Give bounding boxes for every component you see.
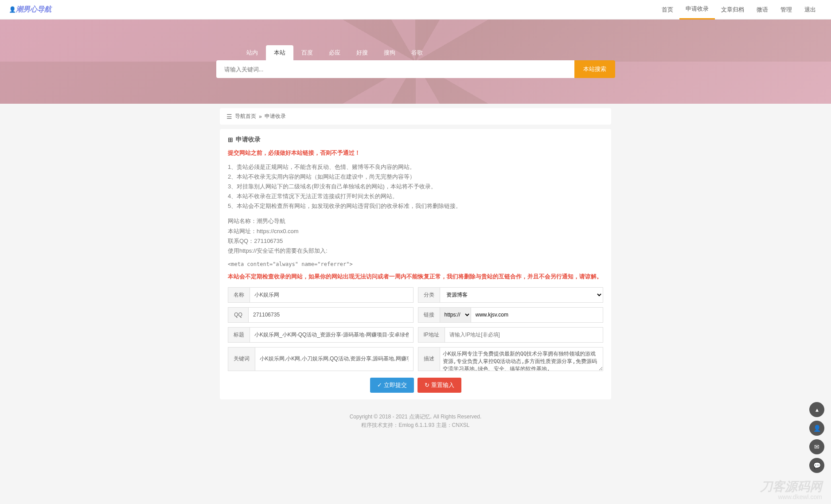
label-keywords: 关键词 — [228, 347, 255, 371]
breadcrumb: ☰ 导航首页 » 申请收录 — [220, 108, 611, 125]
label-link: 链接 — [418, 307, 440, 323]
main-nav: 首页 申请收录 文章归档 微语 管理 退出 — [655, 0, 822, 20]
site-logo[interactable]: 👤 潮男心导航 — [9, 5, 51, 14]
site-footer: Copyright © 2018 - 2021 点滴记忆. All Rights… — [220, 404, 611, 438]
select-category[interactable]: 资源博客 — [440, 287, 604, 303]
breadcrumb-current: 申请收录 — [265, 113, 286, 120]
submit-button[interactable]: ✓ 立即提交 — [370, 378, 414, 393]
apply-panel: ⊞ 申请收录 提交网站之前，必须做好本站链接，否则不予通过！ 1、贵站必须是正规… — [220, 129, 611, 399]
textarea-desc[interactable] — [440, 347, 604, 371]
input-url[interactable] — [471, 307, 604, 323]
search-button[interactable]: 本站搜索 — [574, 60, 615, 78]
hero-banner: 站内 本站 百度 必应 好搜 搜狗 谷歌 本站搜索 — [0, 20, 831, 104]
plus-icon: ⊞ — [228, 136, 233, 143]
label-title: 标题 — [228, 327, 250, 343]
submit-form: 名称 分类 资源博客 QQ 链接 https:// — [228, 287, 603, 371]
search-input[interactable] — [216, 60, 574, 78]
search-tab-google[interactable]: 谷歌 — [403, 45, 431, 60]
mail-button[interactable]: ✉ — [809, 439, 824, 443]
label-ip: IP地址 — [418, 327, 445, 343]
meta-code: <meta content="always" name="referrer"> — [228, 261, 603, 267]
label-category: 分类 — [418, 287, 440, 303]
search-tab-internal[interactable]: 站内 — [238, 45, 266, 60]
breadcrumb-home[interactable]: 导航首页 — [235, 113, 256, 120]
input-name[interactable] — [250, 287, 414, 303]
check-icon: ✓ — [377, 382, 382, 388]
breadcrumb-sep: » — [259, 113, 262, 120]
label-qq: QQ — [228, 307, 248, 323]
label-desc: 描述 — [418, 347, 440, 371]
nav-apply[interactable]: 申请收录 — [679, 0, 715, 20]
nav-home[interactable]: 首页 — [655, 0, 679, 20]
site-info: 网站名称：潮男心导航 本站网址：https://cnx0.com 联系QQ：27… — [228, 216, 603, 255]
reset-button[interactable]: ↻ 重置输入 — [417, 378, 461, 393]
search-tab-site[interactable]: 本站 — [266, 45, 293, 60]
label-name: 名称 — [228, 287, 250, 303]
panel-title: ⊞ 申请收录 — [228, 136, 603, 144]
logo-text: 潮男心导航 — [16, 5, 51, 14]
user-button[interactable]: 👤 — [809, 421, 824, 436]
input-title[interactable] — [250, 327, 414, 343]
search-tab-baidu[interactable]: 百度 — [293, 45, 321, 60]
search-tab-sogou[interactable]: 搜狗 — [376, 45, 403, 60]
input-ip[interactable] — [445, 327, 603, 343]
nav-micro[interactable]: 微语 — [750, 0, 774, 20]
rules-list: 1、贵站必须是正规网站，不能含有反动、色情、赌博等不良内容的网站。 2、本站不收… — [228, 162, 603, 211]
warning-2: 本站会不定期检查收录的网站，如果你的网站出现无法访问或者一周内不能恢复正常，我们… — [228, 273, 603, 281]
select-protocol[interactable]: https:// — [440, 307, 471, 323]
input-keywords[interactable] — [255, 347, 414, 371]
logo-icon: 👤 — [9, 6, 16, 13]
refresh-icon: ↻ — [425, 382, 429, 388]
nav-admin[interactable]: 管理 — [774, 0, 798, 20]
search-tab-bing[interactable]: 必应 — [321, 45, 348, 60]
scroll-top-button[interactable]: ▴ — [809, 402, 824, 417]
search-tab-haosou[interactable]: 好搜 — [348, 45, 376, 60]
nav-logout[interactable]: 退出 — [798, 0, 822, 20]
search-tabs: 站内 本站 百度 必应 好搜 搜狗 谷歌 — [238, 45, 615, 60]
input-qq[interactable] — [248, 307, 414, 323]
warning-1: 提交网站之前，必须做好本站链接，否则不予通过！ — [228, 149, 603, 157]
menu-icon: ☰ — [226, 113, 232, 120]
nav-archive[interactable]: 文章归档 — [715, 0, 750, 20]
float-actions: ▴ 👤 ✉ 💬 — [809, 402, 824, 443]
